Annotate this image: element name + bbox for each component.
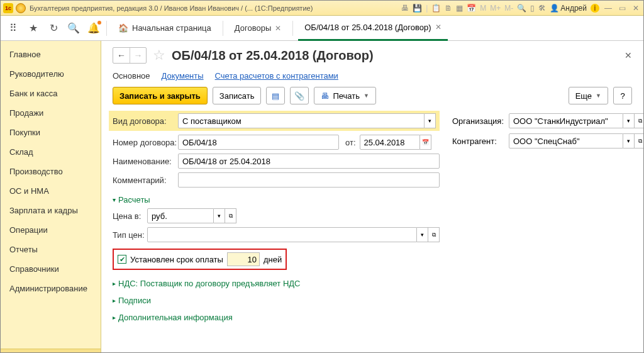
nav-buttons: ← → <box>113 47 147 64</box>
dropdown-arrow-icon[interactable]: ▾ <box>417 227 428 242</box>
tab-close-icon[interactable]: ✕ <box>275 24 281 33</box>
app-title: Бухгалтерия предприятия, редакция 3.0 / … <box>30 4 313 12</box>
tool-icon[interactable]: 🛠 <box>538 4 546 13</box>
grid-icon[interactable]: ▦ <box>456 4 463 13</box>
save-close-button[interactable]: Записать и закрыть <box>113 87 208 104</box>
dropdown-arrow-icon[interactable]: ▾ <box>425 113 436 128</box>
chevron-down-icon: ▼ <box>364 92 369 99</box>
sidebar-item-sales[interactable]: Продажи <box>1 103 101 123</box>
print-button[interactable]: 🖶 Печать ▼ <box>314 87 376 104</box>
sidebar-item-production[interactable]: Производство <box>1 162 101 181</box>
restore-button[interactable]: ▭ <box>617 4 627 13</box>
org-label: Организация: <box>452 116 509 126</box>
sidebar-item-salary[interactable]: Зарплата и кадры <box>1 201 101 220</box>
user-label[interactable]: 👤 Андрей <box>550 4 587 13</box>
contract-kind-select[interactable] <box>178 113 425 128</box>
price-label: Цена в: <box>113 211 147 221</box>
extra-expander[interactable]: ▸Дополнительная информация <box>113 313 233 322</box>
printer-icon: 🖶 <box>321 91 329 101</box>
calendar-icon[interactable]: 📅 <box>420 135 431 150</box>
subtab-main[interactable]: Основное <box>113 71 150 81</box>
open-ref-icon[interactable]: ⧉ <box>428 227 440 242</box>
chevron-down-icon: ▼ <box>596 92 601 99</box>
m-plus-label[interactable]: M+ <box>490 4 501 13</box>
dropdown-arrow-icon[interactable]: ▾ <box>214 208 225 223</box>
panel-icon[interactable]: ▯ <box>530 4 535 13</box>
name-input[interactable] <box>178 154 440 169</box>
tab-contracts[interactable]: Договоры ✕ <box>228 16 287 41</box>
list-view-button[interactable]: ▤ <box>266 87 285 104</box>
m-minus-label[interactable]: M- <box>504 4 513 13</box>
deadline-days-input[interactable] <box>227 252 260 266</box>
apps-grid-icon[interactable]: ⠿ <box>6 21 21 36</box>
history-icon[interactable]: ↻ <box>46 21 61 36</box>
sidebar-item-assets[interactable]: ОС и НМА <box>1 181 101 201</box>
tab-label: Договоры <box>235 23 271 33</box>
calc-expander[interactable]: ▾Расчеты <box>113 195 150 205</box>
close-button[interactable]: ✕ <box>631 4 641 13</box>
number-input[interactable] <box>178 135 339 150</box>
dropdown-circle-icon[interactable] <box>16 3 26 13</box>
minimize-button[interactable]: — <box>603 4 613 13</box>
titlebar: 1c Бухгалтерия предприятия, редакция 3.0… <box>1 1 643 16</box>
search-icon[interactable]: 🔍 <box>66 21 81 36</box>
print-icon[interactable]: 🖶 <box>401 4 409 13</box>
page-close-icon[interactable]: ✕ <box>625 50 632 60</box>
q-icon[interactable]: 🔍 <box>517 4 526 13</box>
sidebar-item-bank[interactable]: Банк и касса <box>1 84 101 103</box>
sidebar-item-stock[interactable]: Склад <box>1 142 101 162</box>
forward-button[interactable]: → <box>130 48 146 63</box>
deadline-highlight-box: ✔ Установлен срок оплаты дней <box>113 249 287 270</box>
number-label: Номер договора: <box>113 138 178 147</box>
more-button[interactable]: Еще ▼ <box>569 87 608 104</box>
help-button[interactable]: ? <box>613 87 632 104</box>
content-area: ← → ☆ ОБ/04/18 от 25.04.2018 (Договор) ✕… <box>101 41 643 353</box>
clipboard-icon[interactable]: 📋 <box>431 4 441 13</box>
currency-select[interactable] <box>147 208 214 223</box>
sidebar-item-main[interactable]: Главное <box>1 45 101 64</box>
doc-icon[interactable]: 🗎 <box>445 4 452 13</box>
sign-expander[interactable]: ▸Подписи <box>113 296 151 305</box>
price-type-select[interactable] <box>147 227 417 242</box>
tab-home[interactable]: 🏠 Начальная страница <box>112 16 218 41</box>
open-ref-icon[interactable]: ⧉ <box>225 208 236 223</box>
attach-button[interactable]: 📎 <box>290 87 309 104</box>
dropdown-arrow-icon[interactable]: ▾ <box>623 133 635 148</box>
print-label: Печать <box>333 91 360 101</box>
counter-select[interactable] <box>509 133 623 148</box>
star-icon[interactable]: ★ <box>26 21 41 36</box>
bell-icon[interactable]: 🔔 <box>86 21 101 36</box>
sidebar-item-operations[interactable]: Операции <box>1 220 101 240</box>
toolbar-divider: | <box>426 4 428 13</box>
sidebar-collapse-bar[interactable] <box>1 349 101 353</box>
calendar-icon[interactable]: 📅 <box>467 4 476 13</box>
contract-kind-label: Вид договора: <box>113 116 178 126</box>
date-label: от: <box>345 138 356 147</box>
dropdown-arrow-icon[interactable]: ▾ <box>623 113 635 128</box>
open-ref-icon[interactable]: ⧉ <box>635 113 643 128</box>
sidebar-item-admin[interactable]: Администрирование <box>1 279 101 298</box>
open-ref-icon[interactable]: ⧉ <box>635 133 643 148</box>
sidebar-item-manager[interactable]: Руководителю <box>1 64 101 84</box>
subtab-docs[interactable]: Документы <box>162 71 204 81</box>
favorite-star-icon[interactable]: ☆ <box>153 47 165 64</box>
save-button[interactable]: Записать <box>213 87 262 104</box>
tab-close-icon[interactable]: ✕ <box>435 23 441 31</box>
tab-contract-detail[interactable]: ОБ/04/18 от 25.04.2018 (Договор) ✕ <box>298 16 447 41</box>
back-button[interactable]: ← <box>113 48 130 63</box>
sidebar-item-purchases[interactable]: Покупки <box>1 123 101 142</box>
sidebar-item-reports[interactable]: Отчеты <box>1 240 101 259</box>
sidebar-item-directories[interactable]: Справочники <box>1 259 101 279</box>
tab-label: ОБ/04/18 от 25.04.2018 (Договор) <box>304 23 431 32</box>
org-select[interactable] <box>509 113 623 128</box>
info-icon[interactable]: i <box>591 4 599 13</box>
save-icon[interactable]: 💾 <box>413 4 422 13</box>
date-input[interactable] <box>360 135 420 150</box>
m-label[interactable]: M <box>480 4 486 13</box>
deadline-checkbox[interactable]: ✔ <box>118 255 126 264</box>
home-icon: 🏠 <box>118 23 128 33</box>
comment-input[interactable] <box>178 172 440 188</box>
price-type-label: Тип цен: <box>113 230 147 240</box>
nds-expander[interactable]: ▸НДС: Поставщик по договору предъявляет … <box>113 279 301 288</box>
subtab-accounts[interactable]: Счета расчетов с контрагентами <box>215 71 338 81</box>
